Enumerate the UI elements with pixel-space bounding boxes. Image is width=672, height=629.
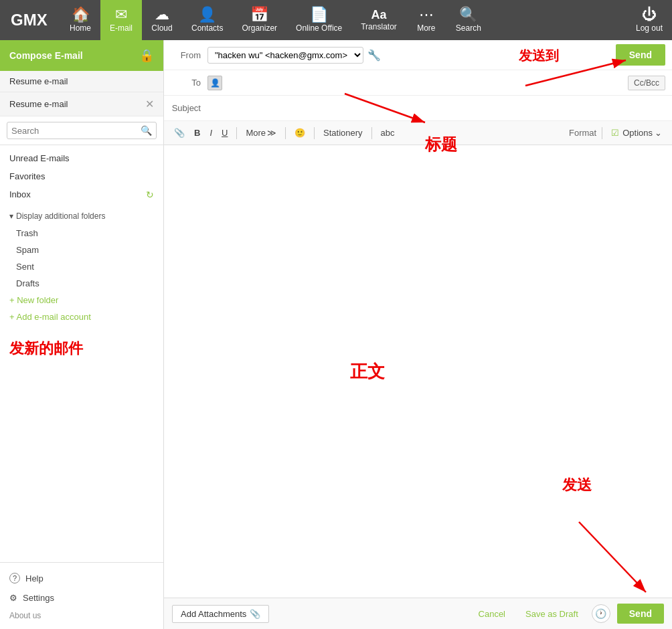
toolbar-separator-2 bbox=[285, 127, 286, 139]
from-row: From "hacken wu" <hacken@gmx.com> 🔧 发送到 … bbox=[164, 40, 672, 70]
add-account-label: + Add e-mail account bbox=[9, 312, 91, 322]
to-input-field[interactable] bbox=[226, 78, 628, 88]
settings-button[interactable]: ⚙ Settings bbox=[0, 588, 163, 608]
nav-item-logout[interactable]: ⏻ Log out bbox=[626, 0, 672, 40]
from-select-dropdown[interactable]: "hacken wu" <hacken@gmx.com> bbox=[207, 47, 363, 64]
nav-item-contacts[interactable]: 👤 Contacts bbox=[182, 0, 232, 40]
body-annotation-text: 正文 bbox=[350, 360, 385, 383]
add-attachments-button[interactable]: Add Attachments 📎 bbox=[172, 605, 269, 623]
more-icon: ⋯ bbox=[419, 7, 434, 22]
nav-item-cloud[interactable]: ☁ Cloud bbox=[142, 0, 182, 40]
email-icon: ✉ bbox=[115, 7, 127, 22]
underline-button[interactable]: U bbox=[218, 126, 231, 140]
sidebar-folder-trash[interactable]: Trash bbox=[0, 225, 163, 242]
nav-item-online-office[interactable]: 📄 Online Office bbox=[286, 0, 351, 40]
italic-button[interactable]: I bbox=[206, 126, 216, 140]
search-icon: 🔍 bbox=[459, 7, 477, 22]
sync-icon: ↻ bbox=[146, 189, 154, 200]
resume-email-label-2: Resume e-mail bbox=[9, 99, 68, 109]
sidebar-search-bar: 🔍 bbox=[0, 116, 163, 145]
settings-icon: ⚙ bbox=[9, 593, 17, 603]
compose-body-area[interactable]: 正文 bbox=[164, 145, 672, 598]
nav-item-organizer[interactable]: 📅 Organizer bbox=[232, 0, 286, 40]
new-folder-button[interactable]: + New folder bbox=[0, 292, 163, 308]
home-label: Home bbox=[70, 23, 91, 33]
to-row: To 👤 Cc/Bcc bbox=[164, 70, 672, 96]
help-icon: ? bbox=[9, 573, 20, 583]
nav-item-email[interactable]: ✉ E-mail bbox=[100, 0, 142, 40]
from-settings-icon[interactable]: 🔧 bbox=[367, 49, 381, 62]
format-label: Format bbox=[569, 128, 596, 138]
nav-item-search[interactable]: 🔍 Search bbox=[446, 0, 491, 40]
resume-email-label-1: Resume e-mail bbox=[9, 76, 68, 86]
paperclip-icon: 📎 bbox=[250, 609, 260, 619]
sidebar-item-favorites[interactable]: Favorites bbox=[0, 167, 163, 185]
attachment-toolbar-button[interactable]: 📎 bbox=[171, 126, 188, 140]
sidebar-folder-drafts[interactable]: Drafts bbox=[0, 275, 163, 292]
to-label: To bbox=[171, 78, 207, 88]
sidebar-item-inbox[interactable]: Inbox ↻ bbox=[0, 185, 163, 203]
resume-email-item-2[interactable]: Resume e-mail ✕ bbox=[0, 92, 163, 116]
add-email-account-button[interactable]: + Add e-mail account bbox=[0, 308, 163, 325]
subject-label: Subject bbox=[171, 103, 207, 113]
sidebar-annotation-text: 发新的邮件 bbox=[0, 325, 163, 366]
toolbar-separator-5 bbox=[602, 127, 602, 139]
compose-email-button[interactable]: Compose E-mail 🔒 bbox=[0, 40, 163, 71]
lock-icon: 🔒 bbox=[139, 48, 154, 63]
send-button-top[interactable]: Send bbox=[616, 44, 665, 66]
help-button[interactable]: ? Help bbox=[0, 568, 163, 588]
bold-button[interactable]: B bbox=[191, 126, 203, 140]
online-office-label: Online Office bbox=[296, 23, 342, 33]
unread-label: Unread E-mails bbox=[9, 153, 70, 163]
nav-item-more[interactable]: ⋯ More bbox=[406, 0, 446, 40]
nav-item-home[interactable]: 🏠 Home bbox=[60, 0, 100, 40]
clock-icon: 🕐 bbox=[595, 608, 606, 619]
more-label: More bbox=[417, 23, 435, 33]
about-link[interactable]: About us bbox=[0, 608, 163, 624]
nav-items-container: 🏠 Home ✉ E-mail ☁ Cloud 👤 Contacts 📅 Org… bbox=[60, 0, 672, 40]
subject-input-field[interactable] bbox=[207, 103, 665, 113]
nav-item-translator[interactable]: Aa Translator bbox=[351, 0, 406, 40]
resume-email-item-1[interactable]: Resume e-mail bbox=[0, 71, 163, 92]
close-resume-icon[interactable]: ✕ bbox=[145, 98, 154, 110]
compose-label: Compose E-mail bbox=[9, 50, 83, 61]
options-toolbar-button[interactable]: ☑ Options ⌄ bbox=[608, 126, 665, 140]
organizer-label: Organizer bbox=[242, 23, 277, 33]
emoji-button[interactable]: 🙂 bbox=[291, 126, 309, 140]
cc-bcc-button[interactable]: Cc/Bcc bbox=[628, 76, 665, 90]
inbox-label: Inbox bbox=[9, 189, 31, 199]
send-button-bottom[interactable]: Send bbox=[617, 604, 664, 624]
from-label: From bbox=[171, 50, 207, 60]
gmx-logo: GMX bbox=[0, 0, 60, 40]
subject-row: Subject bbox=[164, 96, 672, 121]
stationery-button[interactable]: Stationery bbox=[320, 126, 366, 140]
additional-folders-header[interactable]: ▾ Display additional folders bbox=[0, 207, 163, 225]
toolbar-separator-1 bbox=[236, 127, 237, 139]
more-toolbar-button[interactable]: More ≫ bbox=[242, 126, 280, 140]
save-draft-button[interactable]: Save as Draft bbox=[519, 606, 585, 622]
sidebar-folder-spam[interactable]: Spam bbox=[0, 242, 163, 258]
settings-label: Settings bbox=[23, 593, 54, 603]
options-label: Options bbox=[622, 128, 653, 138]
cancel-button[interactable]: Cancel bbox=[472, 606, 512, 622]
logout-label: Log out bbox=[636, 23, 663, 33]
sent-label: Sent bbox=[16, 262, 34, 272]
email-label: E-mail bbox=[110, 23, 133, 33]
organizer-icon: 📅 bbox=[250, 7, 268, 22]
search-label: Search bbox=[456, 23, 481, 33]
spellcheck-button[interactable]: abc bbox=[377, 126, 398, 140]
sidebar-folder-sent[interactable]: Sent bbox=[0, 258, 163, 275]
sidebar-bottom: ? Help ⚙ Settings About us bbox=[0, 562, 163, 629]
spam-label: Spam bbox=[16, 245, 39, 255]
sidebar-item-unread[interactable]: Unread E-mails bbox=[0, 149, 163, 167]
sidebar-search-icon: 🔍 bbox=[141, 125, 152, 136]
search-bar-inner: 🔍 bbox=[7, 122, 157, 139]
sidebar-search-input[interactable] bbox=[11, 126, 141, 136]
schedule-send-button[interactable]: 🕐 bbox=[592, 604, 610, 623]
top-navigation: GMX 🏠 Home ✉ E-mail ☁ Cloud 👤 Contacts 📅… bbox=[0, 0, 672, 40]
compose-toolbar: 📎 B I U More ≫ 🙂 Stationery abc Format ☑… bbox=[164, 121, 672, 145]
favorites-label: Favorites bbox=[9, 171, 45, 181]
compose-area: From "hacken wu" <hacken@gmx.com> 🔧 发送到 … bbox=[164, 40, 672, 629]
cloud-icon: ☁ bbox=[155, 7, 169, 22]
options-checkbox-icon: ☑ bbox=[611, 128, 619, 138]
